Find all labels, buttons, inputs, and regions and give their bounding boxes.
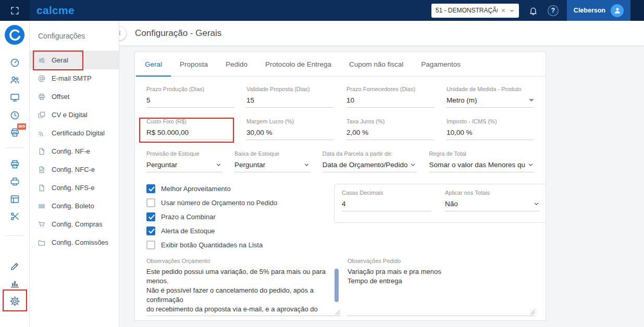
sidebar-item-config-boleto[interactable]: Config. Boleto — [30, 197, 119, 215]
rail-item-plotter[interactable] — [0, 175, 30, 187]
tab-label: Geral — [145, 60, 162, 68]
select-regra-total[interactable]: Somar o valor das Menores qu — [429, 161, 534, 172]
form-row-3: Provisão de Estoque Perguntar Baixa de E… — [146, 150, 534, 172]
field-prazo-producao: Prazo Produção (Dias) 5 — [146, 86, 234, 108]
textarea-observacoes-pedido[interactable]: Variação pra mais e pra menos Tempo de e… — [348, 267, 535, 316]
rail-divider — [6, 147, 23, 148]
tab-protocolo-entrega[interactable]: Protocolo de Entrega — [256, 52, 340, 76]
tab-cupom-nao-fiscal[interactable]: Cupom não fiscal — [340, 52, 412, 76]
checkbox-prazo-combinar[interactable]: Prazo a Combinar — [146, 212, 318, 221]
sidebar-item-config-compras[interactable]: Config. Compras — [30, 215, 119, 233]
field-label: Observações Orçamento — [146, 258, 340, 264]
tab-pedido[interactable]: Pedido — [217, 52, 256, 76]
help-button[interactable]: ? — [548, 5, 559, 16]
rail-item-dashboard[interactable] — [0, 56, 30, 69]
settings-card: Geral Proposta Pedido Protocolo de Entre… — [134, 52, 546, 321]
tune-icon — [38, 56, 46, 65]
plotter-icon — [9, 176, 20, 187]
checkbox-exibir-botao-quantidades[interactable]: Exibir botão Quantidades na Lista — [146, 240, 318, 249]
tab-proposta[interactable]: Proposta — [171, 52, 217, 76]
text-input[interactable]: 4 — [342, 200, 431, 211]
checkbox-alerta-estoque[interactable]: Alerta de Estoque — [146, 226, 318, 235]
tab-pagamentos[interactable]: Pagamentos — [412, 52, 469, 76]
checkbox[interactable] — [146, 184, 155, 193]
sidebar-item-config-nfse[interactable]: Config. NFS-e — [30, 179, 119, 197]
copy-icon — [38, 111, 46, 119]
company-select[interactable]: 51 - DEMONSTRAÇÃO × — [431, 4, 519, 18]
sidebar-item-certificado-digital[interactable]: Certificado Digital — [30, 124, 119, 142]
field-taxa-juros: Taxa Juros (%) 2,00 % — [346, 118, 434, 140]
text-input[interactable]: 15 — [246, 96, 334, 108]
sidebar-item-config-nfe[interactable]: Config. NF-e — [30, 142, 119, 160]
user-name: Cleberson — [574, 7, 605, 14]
notifications-button[interactable] — [528, 6, 538, 16]
field-unidade-medida: Unidade de Medida - Produto Metro (m) — [447, 86, 534, 108]
text-input[interactable]: 30,00 % — [246, 129, 334, 140]
checkbox[interactable] — [146, 198, 155, 207]
text-input[interactable]: 10 — [346, 96, 434, 108]
sidebar-item-cv-digital[interactable]: CV e Digital — [30, 106, 119, 124]
settings-sidebar: Configurações Geral E-mail SMTP Offset C… — [30, 21, 119, 327]
rail-item-edit[interactable] — [0, 260, 30, 272]
caret-down-icon — [529, 99, 534, 102]
checkbox[interactable] — [146, 212, 155, 221]
rail-item-printer-365[interactable]: 365 — [0, 126, 30, 139]
bell-icon — [528, 6, 538, 16]
text-input[interactable]: 10,00 % — [447, 129, 534, 140]
resize-handle-icon[interactable] — [335, 310, 340, 315]
sidebar-item-config-comissoes[interactable]: Config. Comissões — [30, 233, 119, 251]
sidebar-item-label: E-mail SMTP — [52, 74, 92, 82]
rail-item-scissors[interactable] — [0, 210, 30, 222]
text-input[interactable]: 5 — [146, 96, 234, 108]
text-input[interactable]: 2,00 % — [346, 129, 434, 140]
sidebar-item-label: Certificado Digital — [52, 129, 105, 137]
sidebar-item-label: Config. Comissões — [52, 238, 108, 246]
field-label: Unidade de Medida - Produto — [447, 86, 534, 92]
select-provisao-estoque[interactable]: Perguntar — [146, 161, 222, 172]
field-imposto-icms: Imposto - ICMS (%) 10,00 % — [447, 118, 534, 140]
rail-item-history[interactable] — [0, 109, 30, 121]
sidebar-item-email-smtp[interactable]: E-mail SMTP — [30, 69, 119, 87]
checkbox[interactable] — [146, 227, 155, 235]
rail-item-machine[interactable] — [0, 193, 30, 205]
field-label: Casas Decimais — [342, 190, 431, 196]
folder-icon — [38, 238, 46, 247]
resize-handle-icon[interactable] — [530, 310, 535, 315]
calcme-logo-icon[interactable] — [5, 25, 24, 45]
sidebar-item-label: Geral — [52, 56, 68, 64]
rail-item-printer[interactable] — [0, 158, 30, 170]
sidebar-item-geral[interactable]: Geral — [30, 51, 119, 69]
text-input[interactable]: R$ 50.000,00 — [146, 129, 234, 140]
tab-geral[interactable]: Geral — [136, 52, 171, 76]
sidebar-item-config-nfce[interactable]: Config. NFC-e — [30, 160, 119, 179]
checkbox[interactable] — [146, 241, 155, 249]
topbar-strip — [630, 0, 644, 21]
company-select-value: 51 - DEMONSTRAÇÃO — [436, 7, 498, 14]
rail-item-monitor[interactable] — [0, 91, 30, 104]
sidebar-item-offset[interactable]: Offset — [30, 87, 119, 106]
app-logo[interactable]: calcme — [36, 4, 75, 17]
select-unidade-medida[interactable]: Metro (m) — [447, 96, 534, 108]
clear-icon[interactable]: × — [501, 7, 505, 14]
select-data-parcela[interactable]: Data de Orçamento/Pedido — [323, 161, 417, 172]
signal-icon — [38, 129, 46, 137]
user-menu[interactable]: Cleberson — [567, 0, 630, 21]
select-baixa-estoque[interactable]: Perguntar — [234, 161, 310, 172]
topbar: calcme 51 - DEMONSTRAÇÃO × ? Cleberson — [0, 0, 644, 21]
select-aplicar-totais[interactable]: Não — [445, 200, 540, 211]
scrollbar-thumb[interactable] — [335, 269, 339, 302]
rail-item-users[interactable] — [0, 73, 30, 86]
chevron-down-icon[interactable] — [509, 8, 515, 14]
textarea-observacoes-orcamento[interactable]: Este pedido possui uma variação, de 5% p… — [146, 267, 340, 316]
field-label: Validade Proposta (Dias) — [246, 86, 334, 92]
at-icon — [38, 74, 46, 83]
expand-icon — [10, 6, 20, 16]
rail-item-chart[interactable] — [0, 277, 30, 290]
expand-button[interactable] — [0, 0, 30, 21]
rail-item-settings[interactable] — [0, 295, 30, 307]
rail-divider — [6, 235, 23, 236]
checkbox-label: Exibir botão Quantidades na Lista — [161, 241, 263, 249]
checkbox-usar-numero-orcamento[interactable]: Usar número de Orçamento no Pedido — [146, 198, 318, 207]
checkbox-melhor-aproveitamento[interactable]: Melhor Aproveitamento — [146, 184, 318, 193]
select-value: Data de Orçamento/Pedido — [323, 161, 408, 169]
